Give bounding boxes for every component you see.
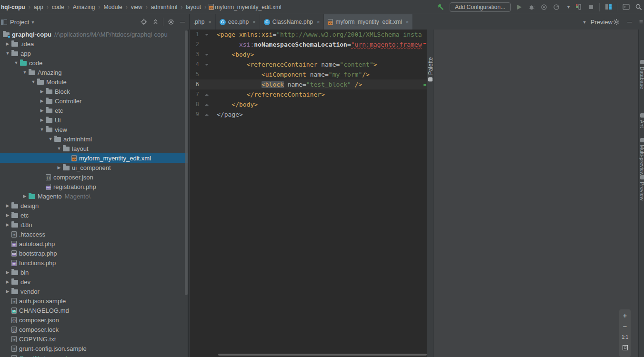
tree-expand-arrow[interactable]: ▶ xyxy=(4,279,11,284)
tree-item-label[interactable]: graphql-copu xyxy=(12,31,51,38)
tree-item-label[interactable]: CHANGELOG.md xyxy=(19,307,69,314)
tree-item-label[interactable]: composer.json xyxy=(53,174,93,181)
code-line[interactable]: 2 xsi:noNamespaceSchemaLocation="urn:mag… xyxy=(190,40,427,50)
breadcrumb-item[interactable]: app xyxy=(33,4,44,10)
tree-item-label[interactable]: etc xyxy=(55,107,63,114)
tree-item[interactable]: <>myform_myentity_edit.xml xyxy=(0,153,188,163)
tree-item[interactable]: ▶ui_component xyxy=(0,163,188,172)
tree-item-label[interactable]: functions.php xyxy=(19,259,56,267)
code-line[interactable]: 3 <body> xyxy=(190,50,427,60)
breadcrumb-item[interactable]: Module xyxy=(102,4,123,10)
tree-expand-arrow[interactable]: ▶ xyxy=(21,194,29,198)
tree-item-label[interactable]: Ui xyxy=(55,117,60,124)
tree-item-label[interactable]: layout xyxy=(72,145,89,152)
tree-expand-arrow[interactable]: ▶ xyxy=(55,165,63,170)
tree-item[interactable]: ▶design xyxy=(0,201,188,210)
tree-expand-arrow[interactable]: ▶ xyxy=(38,89,46,94)
actual-size-button[interactable]: 1:1 xyxy=(622,334,628,341)
line-number[interactable]: 1 xyxy=(190,30,199,40)
tree-item[interactable]: ▼view xyxy=(0,125,188,134)
tree-item-label[interactable]: myform_myentity_edit.xml xyxy=(79,155,151,162)
tree-item[interactable]: ▼Amazing xyxy=(0,68,188,77)
fold-marker-icon[interactable] xyxy=(205,64,209,66)
tree-item[interactable]: ▶.idea xyxy=(0,39,188,49)
tree-item-label[interactable]: composer.json xyxy=(19,317,59,324)
hide-tool-window-icon[interactable]: ─ xyxy=(179,18,186,26)
tree-item[interactable]: ≡.htaccess xyxy=(0,229,188,239)
tree-item[interactable]: graphql-copu/Applications/MAMP/htdocs/gr… xyxy=(0,30,188,39)
fold-marker-icon[interactable] xyxy=(205,54,209,56)
tree-expand-arrow[interactable]: ▼ xyxy=(12,60,20,65)
fold-marker-icon[interactable] xyxy=(205,104,209,106)
tree-item[interactable]: PHPbootstrap.php xyxy=(0,248,188,258)
chevron-down-icon[interactable]: ▾ xyxy=(583,19,586,25)
project-panel-title[interactable]: Project xyxy=(10,19,29,26)
tree-expand-arrow[interactable]: ▼ xyxy=(47,137,54,141)
tab-close-icon[interactable]: × xyxy=(208,19,211,25)
tab-close-icon[interactable]: × xyxy=(406,19,409,25)
tree-item-label[interactable]: composer.lock xyxy=(19,326,59,333)
tree-expand-arrow[interactable]: ▶ xyxy=(4,222,11,227)
tree-item-label[interactable]: COPYING.txt xyxy=(19,336,56,343)
code-line[interactable]: 4 <referenceContainer name="content"> xyxy=(190,60,427,69)
ok-stripe-mark[interactable] xyxy=(423,84,426,86)
tree-item-label[interactable]: adminhtml xyxy=(63,136,92,143)
tree-item-label[interactable]: ui_component xyxy=(72,164,111,171)
build-hammer-icon[interactable] xyxy=(437,3,445,11)
tree-item[interactable]: ▼layout xyxy=(0,144,188,153)
tree-expand-arrow[interactable]: ▶ xyxy=(4,289,11,294)
tree-scrollbar[interactable] xyxy=(185,30,188,295)
tree-item-label[interactable]: code xyxy=(29,60,42,67)
run-icon[interactable] xyxy=(515,3,523,11)
tree-item-label[interactable]: autoload.php xyxy=(19,240,55,248)
code-line[interactable]: 9</page> xyxy=(190,109,427,119)
tree-item-label[interactable]: Module xyxy=(46,79,67,86)
tree-item-label[interactable]: etc xyxy=(20,212,29,219)
zoom-out-button[interactable]: − xyxy=(623,323,627,330)
hide-preview-icon[interactable]: ─ xyxy=(626,18,634,26)
tree-item[interactable]: ≡auth.json.sample xyxy=(0,296,188,306)
tree-item[interactable]: ▼adminhtml xyxy=(0,134,188,144)
tree-expand-arrow[interactable]: ▼ xyxy=(30,79,37,84)
add-configuration-button[interactable]: Add Configuration... xyxy=(450,2,511,12)
line-number[interactable]: 6 xyxy=(190,79,199,89)
tree-item[interactable]: ≡grunt-config.json.sample xyxy=(0,344,188,353)
breadcrumb-item[interactable]: adminhtml xyxy=(150,4,178,10)
tree-item-label[interactable]: Amazing xyxy=(38,69,62,76)
tree-item[interactable]: ▶bin xyxy=(0,268,188,277)
tool-stripe-button[interactable]: Database xyxy=(639,60,644,89)
tree-expand-arrow[interactable]: ▶ xyxy=(4,41,11,46)
tree-expand-arrow[interactable]: ▶ xyxy=(38,108,46,113)
tree-item-label[interactable]: bootstrap.php xyxy=(19,250,57,257)
tree-item[interactable]: {}composer.json xyxy=(0,315,188,325)
tree-item-label[interactable]: i18n xyxy=(20,221,32,228)
tree-item-label[interactable]: Gruntfile.js.sample xyxy=(19,355,70,357)
tree-expand-arrow[interactable]: ▶ xyxy=(4,213,11,218)
tree-expand-arrow[interactable]: ▶ xyxy=(38,118,46,122)
tab-close-icon[interactable]: × xyxy=(317,19,320,25)
editor-settings-gear-icon[interactable] xyxy=(613,18,620,26)
breadcrumb-item[interactable]: Amazing xyxy=(72,4,96,10)
debug-bug-icon[interactable] xyxy=(528,3,535,11)
tree-item[interactable]: ▶Controller xyxy=(0,96,188,106)
preview-pane-label[interactable]: Preview xyxy=(591,19,613,26)
tree-item[interactable]: ▶Ui xyxy=(0,115,188,125)
tree-expand-arrow[interactable]: ▼ xyxy=(38,127,46,132)
fold-marker-icon[interactable] xyxy=(205,34,209,36)
collapse-all-icon[interactable] xyxy=(151,18,159,26)
tree-item-label[interactable]: Magento xyxy=(38,193,62,200)
tree-expand-arrow[interactable]: ▼ xyxy=(4,51,11,56)
project-view-dropdown-arrow[interactable]: ▾ xyxy=(31,20,34,25)
tab-close-icon[interactable]: × xyxy=(252,19,255,25)
tool-windows-icon[interactable] xyxy=(604,3,612,11)
editor-horizontal-scrollbar[interactable] xyxy=(218,354,427,356)
tree-item[interactable]: PHPfunctions.php xyxy=(0,258,188,268)
code-line[interactable]: 6 <block name="test_block" /> xyxy=(190,79,427,89)
breadcrumb-item[interactable]: view xyxy=(130,4,143,10)
line-number[interactable]: 4 xyxy=(190,60,199,69)
tree-item-label[interactable]: grunt-config.json.sample xyxy=(19,345,87,352)
tree-item[interactable]: ▶i18n xyxy=(0,220,188,229)
code-line[interactable]: 7 </referenceContainer> xyxy=(190,89,427,99)
zoom-in-button[interactable]: + xyxy=(623,312,627,319)
line-number[interactable]: 8 xyxy=(190,99,199,109)
